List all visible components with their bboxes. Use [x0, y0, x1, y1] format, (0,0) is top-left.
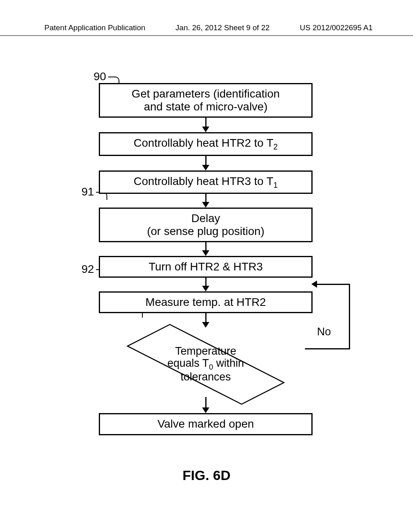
- step6-text: Measure temp. at HTR2: [146, 296, 266, 308]
- step-delay: Delay (or sense plug position): [99, 208, 313, 242]
- no-label: No: [317, 326, 331, 338]
- decision-temperature: Temperature equals T0 within tolerances: [97, 330, 315, 399]
- step2-text: Controllably heat HTR2 to T: [133, 137, 273, 149]
- step1-text-l2: and state of micro-valve): [144, 100, 268, 113]
- step3-sub: 1: [273, 180, 278, 189]
- arrow-icon: [202, 278, 209, 291]
- step5-text: Turn off HTR2 & HTR3: [148, 260, 263, 273]
- arrow-icon: [202, 194, 209, 208]
- header-right: US 2012/0022695 A1: [300, 23, 373, 32]
- arrow-icon: [202, 397, 209, 413]
- step7-text: Valve marked open: [157, 418, 254, 430]
- step-heat-htr2: Controllably heat HTR2 to T2: [99, 132, 313, 156]
- step3-text: Controllably heat HTR3 to T: [133, 175, 273, 187]
- arrow-icon: [202, 156, 209, 170]
- step-measure-temp: Measure temp. at HTR2: [99, 291, 313, 313]
- arrow-icon: [202, 118, 209, 132]
- arrow-icon: [202, 313, 209, 328]
- patent-header: Patent Application Publication Jan. 26, …: [0, 23, 413, 36]
- header-mid: Jan. 26, 2012 Sheet 9 of 22: [175, 23, 269, 32]
- decision-text: Temperature equals T0 within tolerances: [141, 346, 270, 384]
- figure-caption: FIG. 6D: [182, 468, 230, 483]
- step2-sub: 2: [273, 142, 278, 151]
- flowchart: Get parameters (identification and state…: [81, 73, 331, 435]
- step-turn-off: Turn off HTR2 & HTR3: [99, 256, 313, 278]
- step4-text-l1: Delay: [191, 212, 220, 224]
- step-heat-htr3: Controllably heat HTR3 to T1: [99, 170, 313, 194]
- header-left: Patent Application Publication: [44, 23, 145, 32]
- arrow-icon: [202, 242, 209, 256]
- step-valve-open: Valve marked open: [99, 413, 313, 435]
- step-get-parameters: Get parameters (identification and state…: [99, 83, 313, 118]
- step1-text-l1: Get parameters (identification: [131, 87, 280, 100]
- step4-text-l2: (or sense plug position): [147, 225, 264, 237]
